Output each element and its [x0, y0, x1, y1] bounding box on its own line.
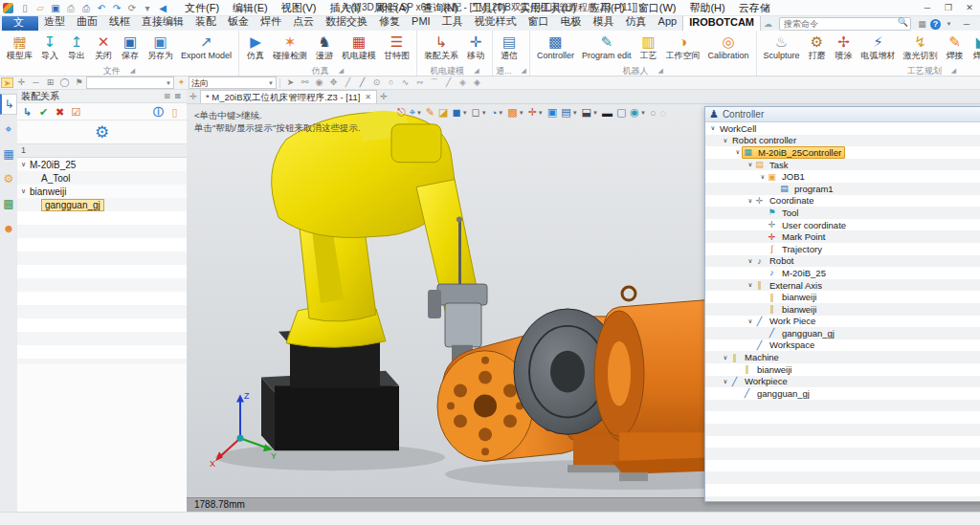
arc-icon[interactable]: ⌒	[428, 77, 440, 88]
ribbon-tab-14[interactable]: 窗口	[523, 14, 555, 30]
document-tab[interactable]: * M_20iB双工位机床管理程序.Z3 - [11] ✕	[200, 90, 377, 103]
expander-icon[interactable]: ∨	[709, 124, 717, 132]
sculpture-button[interactable]: ♨Sculpture	[760, 32, 804, 66]
workspace-button[interactable]: ◑工作空间	[661, 32, 703, 66]
ribbon-tab-19[interactable]: IROBOTCAM	[682, 14, 761, 31]
cancel-icon[interactable]: ✖	[53, 105, 67, 119]
constraint-icon[interactable]: ↳	[20, 105, 34, 119]
weld-seam-button[interactable]: ◣焊缝	[969, 32, 980, 66]
diagonal-line-icon[interactable]: ╱	[442, 77, 455, 88]
assembly-row[interactable]: gangguan_gj	[17, 198, 187, 211]
tree-item[interactable]: ∨╱Workpiece	[705, 375, 980, 387]
tree-item[interactable]: ∨Robot controller	[705, 135, 980, 147]
line-icon[interactable]: ╱	[342, 77, 354, 88]
command-search-input[interactable]	[779, 17, 911, 31]
face-icon[interactable]: ◈	[457, 77, 469, 88]
tree-item[interactable]: ╱Workspace	[705, 339, 980, 352]
tab-close-icon[interactable]: ✕	[365, 92, 371, 103]
file-menu-button[interactable]: 文件(F)	[2, 15, 38, 31]
tree-item[interactable]: ∥bianweiji	[705, 303, 980, 316]
move-button[interactable]: ✛移动	[462, 32, 489, 66]
help-badge-icon[interactable]: ?	[930, 19, 941, 30]
save-button[interactable]: ▣保存	[117, 32, 144, 66]
panel-icon[interactable]: ▢	[616, 106, 626, 119]
gear-icon[interactable]: ⚙	[95, 122, 109, 142]
direction-filter-select[interactable]: 法向▼	[189, 77, 277, 89]
arc-additive-button[interactable]: ⚡电弧增材	[858, 32, 900, 66]
caret-down-icon[interactable]: ▼	[943, 19, 955, 30]
plot-icon[interactable]: ⎙	[79, 2, 93, 14]
gantt-chart-button[interactable]: ☰甘特图	[380, 32, 413, 66]
tree-item[interactable]: ∥bianweiji	[705, 363, 980, 376]
expander-icon[interactable]: ∨	[746, 161, 754, 168]
ribbon-tab-10[interactable]: 修复	[373, 14, 406, 30]
sketch-icon[interactable]: ✎	[426, 106, 434, 119]
link-icon[interactable]: ⚯	[299, 77, 311, 88]
tree-item[interactable]: ∨▣JOB1	[705, 170, 980, 183]
ribbon-tab-18[interactable]: App	[653, 14, 683, 30]
viewport[interactable]: ✛ * M_20iB双工位机床管理程序.Z3 - [11] ✕ ✛ <单击中键>…	[187, 90, 980, 513]
frame-icon[interactable]: ▣	[547, 106, 557, 119]
tree-item[interactable]: ∨▤Task	[705, 159, 980, 171]
tree-item[interactable]: ╱gangguan_gj	[705, 387, 980, 400]
section-view-icon[interactable]: ◔▼	[491, 107, 504, 119]
tree-item[interactable]: ▤program1	[705, 183, 980, 195]
assembly-relation-button[interactable]: ↳装配关系	[420, 32, 462, 66]
tree-item[interactable]: ∨WorkCell	[705, 122, 980, 135]
menu-item-3[interactable]: 视图(V)	[275, 0, 323, 16]
panel-float-icon[interactable]: ⊞	[162, 92, 172, 100]
menu-item-7[interactable]: 工具(T)	[465, 0, 513, 16]
new-doc-icon[interactable]: ▯	[18, 2, 32, 14]
close-doc-button[interactable]: ✕关闭	[90, 32, 117, 66]
group-expand-icon[interactable]: ◢	[130, 66, 135, 76]
menu-item-4[interactable]: 插入(I)	[323, 0, 367, 16]
drag-cross-icon[interactable]: ✥	[327, 77, 340, 88]
bar-icon[interactable]: ▬	[602, 107, 612, 119]
laser-cut-button[interactable]: ↯激光切割	[900, 32, 942, 66]
expander-icon[interactable]: ∨	[734, 148, 742, 156]
scene-tab-icon[interactable]: ▩	[0, 193, 17, 214]
expander-icon[interactable]: ∨	[21, 161, 30, 168]
spray-button[interactable]: ✢喷涂	[831, 32, 858, 66]
tree-item[interactable]: ∨▦M-20iB_25Controller	[705, 146, 980, 159]
compass-icon[interactable]: ✛▼	[528, 106, 544, 119]
menu-item-12[interactable]: 云存储	[732, 0, 777, 16]
ribbon-tab-7[interactable]: 焊件	[255, 14, 287, 30]
group-expand-icon[interactable]: ◢	[522, 66, 526, 76]
doc-minimize-button[interactable]: ─	[956, 18, 977, 30]
face-alt-icon[interactable]: ◈	[471, 77, 483, 88]
pick-loop-icon[interactable]: ◯	[58, 77, 71, 88]
controller-button[interactable]: ▩Controller	[533, 32, 578, 66]
import-button[interactable]: ↧导入	[36, 32, 63, 66]
expander-icon[interactable]: ∨	[722, 378, 729, 385]
communication-button[interactable]: ▤通信	[496, 32, 523, 66]
expander-icon[interactable]: ∨	[746, 197, 754, 205]
tree-item[interactable]: ∨✛Coordinate	[705, 195, 980, 208]
group-expand-icon[interactable]: ◢	[339, 66, 344, 76]
new-tab-icon[interactable]: ✛	[377, 91, 390, 103]
expander-icon[interactable]: ∨	[746, 317, 754, 325]
ribbon-tab-4[interactable]: 直接编辑	[136, 14, 189, 30]
simulate-button[interactable]: ▶仿真	[242, 32, 269, 66]
save-icon[interactable]: ▣	[49, 2, 62, 14]
constraint-tab-icon[interactable]: ↳	[0, 94, 17, 115]
menu-item-9[interactable]: 应用(P)	[583, 0, 632, 16]
assembly-row[interactable]: ∨M-20iB_25	[17, 158, 187, 171]
shaded-cube-icon[interactable]: ◼▼	[452, 106, 467, 119]
ribbon-tab-12[interactable]: 工具	[436, 14, 469, 30]
grid-menu-icon[interactable]: ▦	[916, 19, 928, 30]
tab-pin-icon[interactable]: ✛	[187, 91, 200, 103]
tree-item[interactable]: ⚑Tool	[705, 207, 980, 219]
program-edit-button[interactable]: ✎Program edit	[578, 32, 635, 66]
box-icon[interactable]: ◪	[438, 106, 448, 119]
pick-remove-icon[interactable]: ─	[30, 77, 42, 88]
panel-close-icon[interactable]: ⊠	[172, 92, 183, 100]
group-expand-icon[interactable]: ◢	[474, 66, 479, 76]
tree-item[interactable]: ✛Mark Point	[705, 230, 980, 243]
cloud-status-icon[interactable]: ☁	[762, 19, 774, 30]
ribbon-tab-8[interactable]: 点云	[287, 14, 320, 30]
ribbon-tab-11[interactable]: PMI	[406, 14, 436, 30]
snap-icon[interactable]: ✦	[175, 77, 188, 88]
group-expand-icon[interactable]: ◢	[951, 66, 956, 76]
mechatronic-model-button[interactable]: ▦机电建模	[338, 32, 380, 66]
